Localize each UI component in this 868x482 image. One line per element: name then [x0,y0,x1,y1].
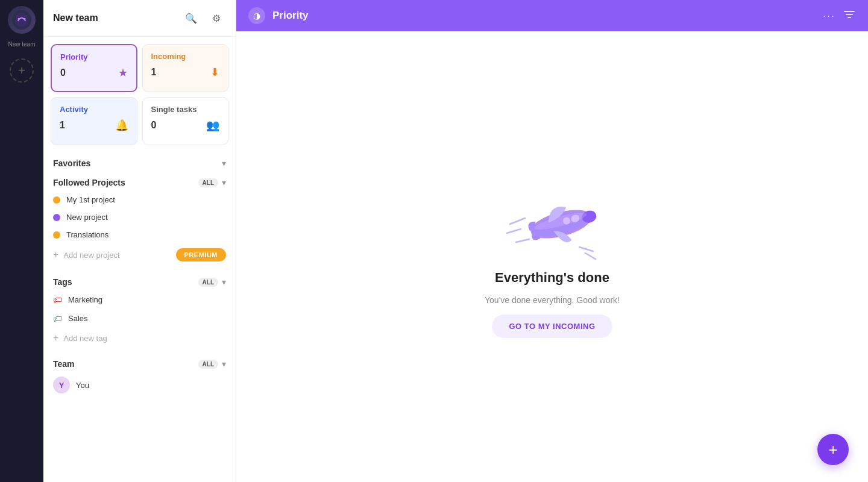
topbar-toggle-button[interactable]: ◑ [248,7,265,24]
svg-line-9 [516,239,529,242]
member-name: You [76,381,89,390]
premium-button[interactable]: PREMIUM [176,248,226,261]
done-heading: Everything's done [495,270,609,286]
svg-rect-6 [848,17,851,18]
tags-chevron-icon: ▾ [222,277,226,287]
svg-point-2 [18,18,20,20]
team-chevron-icon: ▾ [222,359,226,369]
tag-name: Marketing [68,295,102,304]
followed-projects-label: Followed Projects [53,178,195,187]
sidebar: New team 🔍 ⚙ Priority 0 ★ Incoming 1 ⬇ A… [43,0,236,482]
incoming-card[interactable]: Incoming 1 ⬇ [142,44,229,92]
favorites-chevron-icon: ▾ [222,158,226,168]
add-team-button[interactable]: + [10,58,34,83]
gear-icon: ⚙ [212,13,221,24]
done-subheading: You've done everything. Good work! [485,295,620,305]
add-tag-row[interactable]: + Add new tag [43,328,236,348]
search-button[interactable]: 🔍 [181,8,201,28]
project-name: My 1st project [66,195,115,204]
followed-projects-badge: ALL [198,178,218,187]
main-content: ◑ Priority ··· [236,0,868,482]
fab-plus-icon: + [828,440,837,459]
followed-projects-section: Followed Projects ALL ▾ My 1st project N… [43,172,236,271]
half-circle-icon: ◑ [253,11,260,20]
topbar: ◑ Priority ··· [236,0,868,31]
topbar-more-button[interactable]: ··· [823,10,835,22]
tag-item-sales[interactable]: 🏷 Sales [43,309,236,328]
project-item-new[interactable]: New project [43,208,236,226]
incoming-card-count: 1 [151,67,157,78]
svg-point-1 [15,13,28,27]
plane-illustration [504,176,600,260]
svg-rect-4 [844,11,855,12]
svg-line-8 [507,229,521,233]
star-icon: ★ [118,66,128,80]
add-project-row: + Add new project PREMIUM [43,243,236,266]
go-to-incoming-button[interactable]: GO TO MY INCOMING [492,315,612,338]
tags-label: Tags [53,277,195,287]
member-item-you[interactable]: Y You [43,372,236,398]
followed-projects-header[interactable]: Followed Projects ALL ▾ [43,172,236,191]
followed-projects-chevron-icon: ▾ [222,178,226,187]
team-avatar[interactable] [8,6,36,34]
people-icon: 👥 [206,119,219,132]
icon-rail: New team + [0,0,43,482]
tags-badge: ALL [198,278,218,287]
add-project-label: Add new project [63,251,119,260]
project-dot [53,231,60,239]
team-section: Team ALL ▾ Y You [43,353,236,402]
project-name: New project [66,213,108,222]
bell-icon: 🔔 [115,119,128,132]
activity-card-count: 1 [60,120,65,131]
team-badge: ALL [198,360,218,369]
tag-item-marketing[interactable]: 🏷 Marketing [43,290,236,309]
project-dot [53,214,60,221]
tag-icon: 🏷 [53,295,62,305]
favorites-section-header[interactable]: Favorites ▾ [43,152,236,172]
team-header[interactable]: Team ALL ▾ [43,353,236,372]
tags-header[interactable]: Tags ALL ▾ [43,271,236,290]
single-tasks-card-label: Single tasks [151,105,220,114]
inbox-icon: ⬇ [210,66,219,79]
add-tag-icon: + [53,333,58,343]
priority-card[interactable]: Priority 0 ★ [51,44,137,92]
topbar-right [843,8,856,24]
tag-name: Sales [68,314,88,323]
priority-card-count: 0 [60,67,66,78]
svg-line-16 [579,247,593,251]
incoming-card-label: Incoming [151,52,220,61]
project-name: Translations [66,230,108,239]
sidebar-header: New team 🔍 ⚙ [43,0,236,37]
svg-line-17 [585,253,596,259]
svg-point-3 [24,18,25,20]
single-tasks-card-count: 0 [151,120,157,131]
favorites-label: Favorites [53,158,218,168]
center-area: Everything's done You've done everything… [236,31,868,482]
quick-cards: Priority 0 ★ Incoming 1 ⬇ Activity 1 🔔 S… [43,37,236,152]
activity-card-label: Activity [60,105,128,114]
plus-icon: + [18,64,25,78]
svg-rect-5 [846,14,853,15]
project-dot [53,196,60,204]
search-icon: 🔍 [185,13,197,24]
team-name-label: New team [8,41,35,48]
priority-card-label: Priority [60,52,128,61]
svg-line-7 [510,218,525,224]
topbar-title: Priority [272,10,816,22]
single-tasks-card[interactable]: Single tasks 0 👥 [142,97,229,145]
team-label: Team [53,359,195,369]
settings-button[interactable]: ⚙ [207,8,226,28]
member-initials: Y [59,381,64,390]
member-avatar: Y [53,377,70,393]
tags-section: Tags ALL ▾ 🏷 Marketing 🏷 Sales + Add new… [43,271,236,353]
activity-card[interactable]: Activity 1 🔔 [51,97,137,145]
sort-icon[interactable] [843,8,856,24]
sidebar-title: New team [53,13,175,23]
project-item-translations[interactable]: Translations [43,226,236,243]
project-item-my1st[interactable]: My 1st project [43,191,236,208]
add-project-icon: + [53,249,58,260]
fab-add-button[interactable]: + [817,434,849,465]
tag-icon: 🏷 [53,313,62,324]
add-tag-label: Add new tag [63,334,107,343]
